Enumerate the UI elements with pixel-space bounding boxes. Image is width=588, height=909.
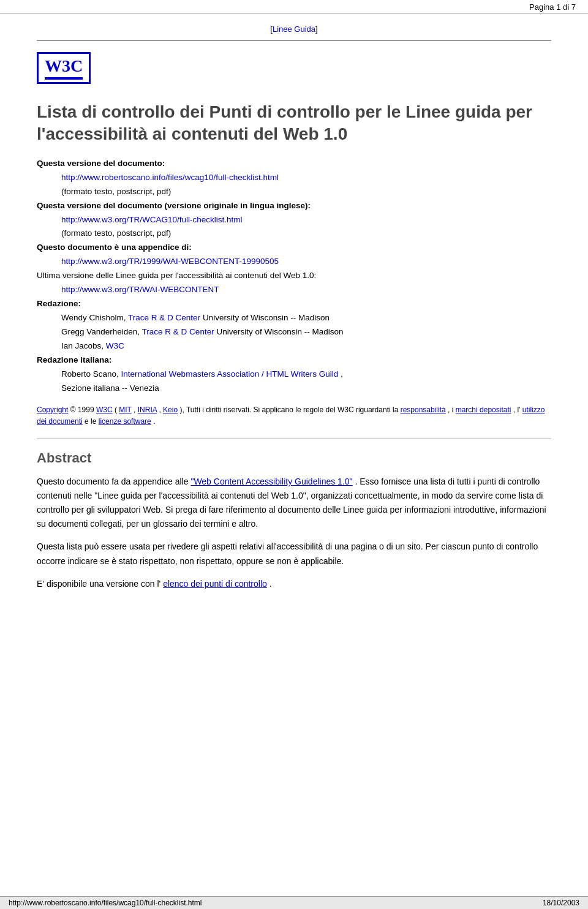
- redazione-label: Redazione:: [37, 299, 81, 308]
- mit-link[interactable]: MIT: [119, 405, 131, 414]
- main-content: [Linee Guida] W3C Lista di controllo dei…: [0, 13, 588, 896]
- doc-info: Questa versione del documento: http://ww…: [37, 157, 551, 396]
- univ1: University of Wisconsin -- Madison: [203, 313, 330, 322]
- w3c-link-redazione[interactable]: W3C: [106, 341, 124, 350]
- iwag-link[interactable]: International Webmasters Association / H…: [121, 369, 339, 379]
- roberto-scano: Roberto Scano,: [61, 369, 121, 379]
- inria-link[interactable]: INRIA: [138, 405, 157, 414]
- copyright-parens-open: (: [115, 405, 117, 414]
- abstract-heading: Abstract: [37, 450, 551, 466]
- abstract-para3-pre: E' disponibile una versione con l': [37, 579, 160, 589]
- responsabilita-link[interactable]: responsabilità: [401, 405, 446, 414]
- copyright-comma1: ,: [134, 405, 138, 414]
- copyright-e-le: e le: [85, 417, 99, 426]
- keio-link[interactable]: Keio: [163, 405, 178, 414]
- copyright-period: .: [153, 417, 155, 426]
- status-bar-bottom: http://www.robertoscano.info/files/wcag1…: [0, 896, 588, 909]
- nav-links: [Linee Guida]: [37, 25, 551, 34]
- wcag-link[interactable]: "Web Content Accessibility Guidelines 1.…: [190, 477, 352, 486]
- top-rule: [37, 40, 551, 41]
- w3c-logo-text: W3C: [45, 56, 83, 75]
- ultima-versione-url-link[interactable]: http://www.w3.org/TR/WAI-WEBCONTENT: [61, 285, 219, 294]
- w3c-logo-bar: [45, 77, 83, 80]
- trace-link-1[interactable]: Trace R & D Center: [128, 313, 200, 322]
- abstract-para2: Questa lista può essere usata per rivede…: [37, 540, 551, 568]
- trace-link-2[interactable]: Trace R & D Center: [142, 327, 214, 336]
- versione-originale-url-link[interactable]: http://www.w3.org/TR/WCAG10/full-checkli…: [61, 215, 243, 224]
- ultima-versione-label: Ultima versione delle Linee guida per l'…: [37, 271, 316, 280]
- versione-originale-label: Questa versione del documento (versione …: [37, 201, 311, 210]
- questa-versione-formats: (formato testo, postscript, pdf): [61, 187, 171, 196]
- copyright-rights: ), Tutti i diritti riservati. Si applica…: [179, 405, 400, 414]
- copyright-i: , i: [448, 405, 456, 414]
- w3c-logo: W3C: [37, 52, 91, 84]
- bottom-date: 18/10/2003: [543, 899, 579, 907]
- appendice-label: Questo documento è una appendice di:: [37, 243, 192, 252]
- questa-versione-label: Questa versione del documento:: [37, 159, 165, 168]
- ian-jacobs: Ian Jacobs,: [61, 341, 106, 350]
- section-rule: [37, 439, 551, 439]
- bottom-url: http://www.robertoscano.info/files/wcag1…: [9, 899, 202, 907]
- questa-versione-url-link[interactable]: http://www.robertoscano.info/files/wcag1…: [61, 173, 279, 182]
- page-number: Pagina 1 di 7: [529, 2, 576, 12]
- copyright-year: © 1999: [70, 405, 96, 414]
- licenze-link[interactable]: licenze software: [99, 417, 151, 426]
- marchi-link[interactable]: marchi depositati: [456, 405, 511, 414]
- sezione: ,: [341, 369, 343, 379]
- abstract-para3-post: .: [270, 579, 272, 589]
- copyright-section: Copyright © 1999 W3C ( MIT , INRIA , Kei…: [37, 404, 551, 428]
- versione-originale-formats: (formato testo, postscript, pdf): [61, 228, 171, 238]
- page-title: Lista di controllo dei Punti di controll…: [37, 101, 551, 146]
- appendice-url-link[interactable]: http://www.w3.org/TR/1999/WAI-WEBCONTENT…: [61, 257, 279, 266]
- wendy-chisholm: Wendy Chisholm,: [61, 313, 128, 322]
- w3c-copyright-link[interactable]: W3C: [96, 405, 113, 414]
- gregg-vanderheiden: Gregg Vanderheiden,: [61, 327, 142, 336]
- page-number-bar: Pagina 1 di 7: [0, 0, 588, 13]
- sezione-italiana: Sezione italiana -- Venezia: [61, 383, 159, 393]
- copyright-link[interactable]: Copyright: [37, 405, 68, 414]
- abstract-para1-pre: Questo documento fa da appendice alle: [37, 477, 190, 486]
- abstract-para1: Questo documento fa da appendice alle "W…: [37, 475, 551, 531]
- univ2: University of Wisconsin -- Madison: [216, 327, 343, 336]
- copyright-lutilizzo: , l': [513, 405, 521, 414]
- abstract-para3: E' disponibile una versione con l' elenc…: [37, 577, 551, 591]
- elenco-link[interactable]: elenco dei punti di controllo: [163, 579, 267, 589]
- linee-guida-link[interactable]: Linee Guida: [273, 25, 315, 34]
- redazione-italiana-label: Redazione italiana:: [37, 355, 111, 364]
